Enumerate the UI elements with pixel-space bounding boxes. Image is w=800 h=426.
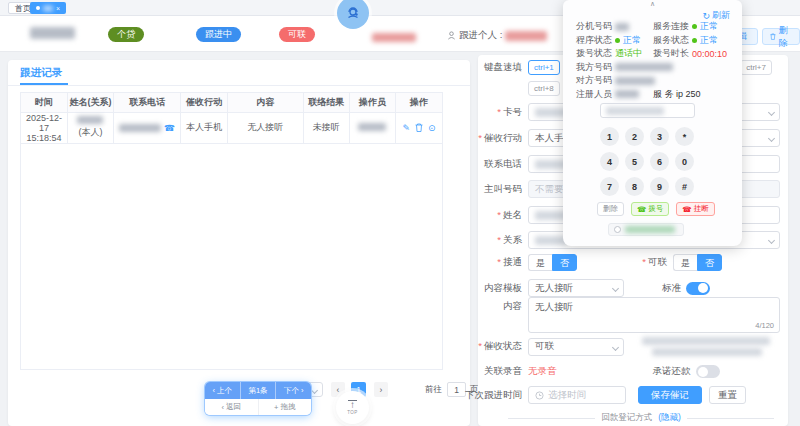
chevron-left-icon: ‹ [222,403,225,412]
dialer-option-radio[interactable] [608,223,684,236]
name-label: 姓名 [486,209,522,222]
delete-button[interactable]: 删除 [762,28,800,45]
table-header-row: 时间 姓名(关系) 联系电话 催收行动 内容 联络结果 操作员 操作 [21,93,442,112]
panel-divider [8,85,470,86]
content-label: 内容 [486,300,522,313]
header-info-redacted [372,33,416,42]
service-status: 服务状态 正常 [653,36,731,45]
collect-status-select[interactable]: 可联 [528,338,624,356]
tab-follow-records[interactable]: 跟进记录 [20,66,62,80]
standard-toggle[interactable] [686,282,710,295]
goto-page-input[interactable] [447,382,466,397]
nav-current-record[interactable]: 第1条 [241,382,277,399]
record-panel: 跟进记录 时间 姓名(关系) 联系电话 催收行动 内容 联络结果 [8,60,470,426]
promise-toggle[interactable] [696,365,720,378]
col-result: 联络结果 [303,93,349,112]
content-textarea[interactable]: 无人接听 4/120 [528,297,780,333]
dial-call-button[interactable]: ☎ 拨号 [631,202,669,216]
chevron-down-icon [768,109,775,116]
refresh-icon: ↻ [702,11,710,21]
key-5[interactable]: 5 [625,152,644,171]
key-3[interactable]: 3 [650,127,669,146]
col-content: 内容 [227,93,303,112]
shortcut-ctrl1-button[interactable]: ctrl+1 [528,60,560,75]
card-number-label: 卡号 [486,106,522,119]
reset-button[interactable]: 重置 [709,386,746,404]
trash-icon[interactable] [415,123,423,132]
connected-no-button[interactable]: 否 [552,254,577,271]
shortcut-ctrl7-label: ctrl+7 [746,63,766,72]
reset-label: 重置 [718,389,737,402]
nav-next-record-button[interactable]: 下个 › [276,382,311,399]
dial-delete-button[interactable]: 删除 [597,202,624,216]
back-to-top-button[interactable]: ↑ TOP [336,391,369,424]
nav-back-button[interactable]: ‹ 返回 [205,399,259,415]
plus-icon: + [274,403,278,412]
content-template-select[interactable]: 无人接听 [528,279,624,297]
collapse-caret-icon[interactable]: ∧ [650,0,655,8]
clock-icon [535,391,544,400]
dial-number-input[interactable] [600,103,695,118]
row-clock: 15:18:54 [21,133,67,143]
content-template-row: 内容模板 无人接听 标准 [486,279,780,297]
dial-duration: 拨号时长 00:00:10 [653,49,731,58]
our-number-redacted [615,63,673,71]
key-6[interactable]: 6 [650,152,669,171]
relation-label: 关系 [486,234,522,247]
follow-person: 跟进个人 : [447,29,547,42]
chevron-left-icon: ‹ [337,385,340,395]
shortcut-ctrl7-button[interactable]: ctrl+7 [740,60,772,75]
record-navigator: ‹ 上个 第1条 下个 › ‹ 返回 + 拖拽 [205,382,311,415]
row-date: 2025-12-17 [21,113,67,133]
key-9[interactable]: 9 [650,177,669,196]
collapse-section-title: 回款登记方式 [601,412,652,424]
nav-prev-record-button[interactable]: ‹ 上个 [205,382,241,399]
table-row[interactable]: 2025-12-17 15:18:54 (本人) ☎ 本人手机 无人接听 [21,112,442,143]
contactable-yes-button[interactable]: 是 [673,254,697,271]
edit-icon[interactable]: ✎ [403,123,411,133]
save-record-button[interactable]: 保存催记 [638,386,702,404]
recording-row: 关联录音 无录音 承诺还款 [486,365,780,378]
connected-yes-button[interactable]: 是 [528,254,552,271]
contactable-no-button[interactable]: 否 [697,254,722,271]
row-name-redacted [77,116,103,124]
next-time-row: 下次跟进时间 选择时间 保存催记 重置 [486,386,780,404]
divider [508,418,595,419]
hangup-button[interactable]: ☎ 挂断 [676,202,714,216]
follow-person-redacted [505,31,547,41]
key-4[interactable]: 4 [600,152,619,171]
close-icon[interactable]: × [56,5,60,12]
key-2[interactable]: 2 [625,127,644,146]
content-row: 内容 无人接听 4/120 [486,297,780,333]
promise-label: 承诺还款 [653,365,691,378]
collapse-toggle-link[interactable]: (隐藏) [658,412,681,424]
tab-active[interactable]: × [30,2,66,14]
next-time-input[interactable]: 选择时间 [528,386,626,404]
service-ip: 服 务 ip 250 [653,90,731,99]
cell-content: 无人接听 [227,112,303,143]
their-number: 对方号码 [576,76,731,85]
follow-status-badge: 跟进中 [196,27,241,42]
key-hash[interactable]: # [675,177,694,196]
key-star[interactable]: * [675,127,694,146]
collect-status-label: 催收状态 [486,340,522,353]
next-time-placeholder: 选择时间 [548,389,586,402]
key-8[interactable]: 8 [625,177,644,196]
key-1[interactable]: 1 [600,127,619,146]
key-0[interactable]: 0 [675,152,694,171]
dial-keypad: 1 2 3 * 4 5 6 0 7 8 9 # [600,127,696,196]
col-name-relation: 姓名(关系) [67,93,113,112]
register-person: 注册人员 [576,90,653,99]
phone-icon[interactable]: ☎ [164,123,175,133]
shortcut-ctrl8-button[interactable]: ctrl+8 [528,81,560,96]
shortcut-ctrl1-label: ctrl+1 [534,63,554,72]
detail-icon[interactable]: ⊙ [428,123,436,133]
dial-call-label: 拨号 [648,204,663,214]
nav-drag-handle[interactable]: + 拖拽 [259,399,312,415]
row-operator-redacted [358,123,386,131]
dialer-status-grid: 分机号码 服务连接 正常 程序状态 正常 服务状态 正常 拨号状态 通话中 [576,22,731,99]
key-7[interactable]: 7 [600,177,619,196]
phone-icon: ☎ [682,205,691,214]
chevron-down-icon [311,387,318,394]
next-page-button[interactable]: › [374,382,388,397]
